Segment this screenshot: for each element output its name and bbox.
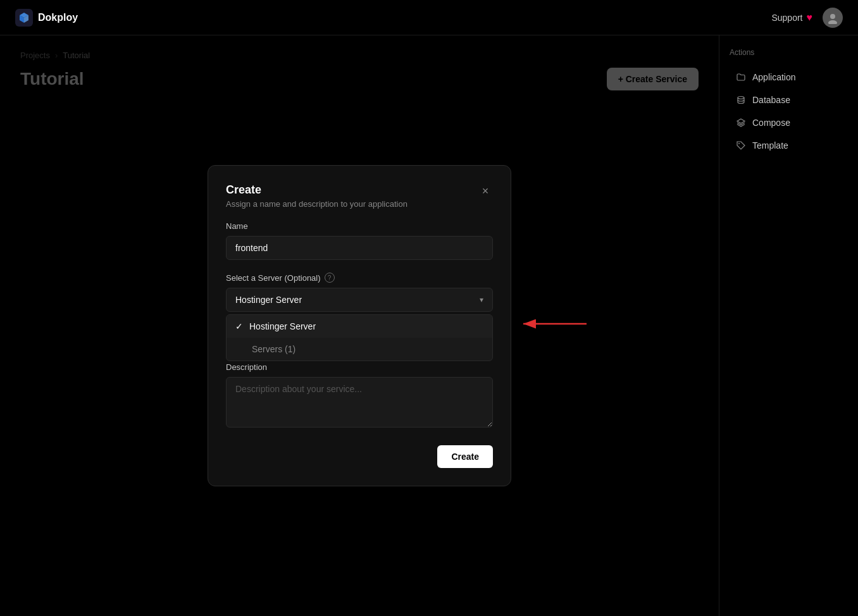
sidebar-item-application-label: Application bbox=[752, 72, 796, 82]
dropdown-item-hostinger[interactable]: ✓ Hostinger Server bbox=[227, 315, 492, 338]
name-form-group: Name bbox=[226, 221, 493, 260]
svg-point-2 bbox=[828, 20, 837, 24]
sidebar-item-compose[interactable]: Compose bbox=[730, 113, 848, 133]
modal-subtitle: Assign a name and description to your ap… bbox=[226, 199, 407, 209]
sidebar-item-database[interactable]: Database bbox=[730, 90, 848, 110]
folder-icon bbox=[736, 72, 746, 82]
modal-overlay[interactable]: Create Assign a name and description to … bbox=[0, 35, 719, 616]
svg-point-6 bbox=[738, 143, 740, 144]
svg-point-1 bbox=[830, 14, 835, 19]
modal-footer: Create bbox=[226, 445, 493, 468]
description-textarea[interactable] bbox=[226, 377, 493, 428]
arrow-indicator bbox=[517, 314, 587, 333]
description-label: Description bbox=[226, 362, 493, 372]
server-select[interactable]: Hostinger Server ▾ bbox=[226, 288, 493, 312]
support-button[interactable]: Support ♥ bbox=[771, 12, 812, 23]
server-info-icon[interactable]: ? bbox=[325, 273, 335, 283]
name-input[interactable] bbox=[226, 236, 493, 260]
logo-icon bbox=[15, 9, 33, 27]
modal-header: Create Assign a name and description to … bbox=[226, 183, 493, 209]
sidebar-item-template[interactable]: Template bbox=[730, 135, 848, 156]
avatar[interactable] bbox=[823, 8, 843, 28]
logo-text: Dokploy bbox=[38, 12, 78, 23]
support-label: Support bbox=[771, 13, 802, 23]
heart-icon: ♥ bbox=[807, 12, 813, 23]
database-icon bbox=[736, 95, 746, 105]
modal-title: Create bbox=[226, 183, 407, 197]
modal-close-button[interactable]: × bbox=[478, 183, 493, 199]
content-area: Projects › Tutorial Tutorial + Create Se… bbox=[0, 35, 719, 616]
svg-point-5 bbox=[738, 97, 744, 99]
server-select-wrapper: Hostinger Server ▾ ✓ Hostinger Server Se… bbox=[226, 288, 493, 312]
actions-label: Actions bbox=[730, 48, 848, 57]
header-right: Support ♥ bbox=[771, 8, 843, 28]
server-dropdown-menu: ✓ Hostinger Server Servers (1) bbox=[226, 314, 493, 361]
main-container: Projects › Tutorial Tutorial + Create Se… bbox=[0, 35, 858, 616]
logo[interactable]: Dokploy bbox=[15, 9, 78, 27]
dropdown-item-label: Hostinger Server bbox=[249, 321, 316, 331]
tag-icon bbox=[736, 140, 746, 151]
dropdown-item-servers[interactable]: Servers (1) bbox=[227, 338, 492, 360]
name-label: Name bbox=[226, 221, 493, 231]
sidebar-item-database-label: Database bbox=[752, 95, 790, 105]
create-modal: Create Assign a name and description to … bbox=[208, 165, 511, 486]
server-label: Select a Server (Optional) ? bbox=[226, 273, 493, 283]
modal-create-button[interactable]: Create bbox=[437, 445, 493, 468]
sidebar-item-template-label: Template bbox=[752, 140, 788, 151]
sidebar-item-compose-label: Compose bbox=[752, 118, 790, 128]
modal-title-group: Create Assign a name and description to … bbox=[226, 183, 407, 209]
server-form-group: Select a Server (Optional) ? Hostinger S… bbox=[226, 273, 493, 312]
right-sidebar: Actions Application Database bbox=[719, 35, 858, 616]
sidebar-item-application[interactable]: Application bbox=[730, 67, 848, 87]
header: Dokploy Support ♥ bbox=[0, 0, 858, 35]
layers-icon bbox=[736, 118, 746, 128]
chevron-down-icon: ▾ bbox=[480, 295, 483, 304]
description-form-group: Description bbox=[226, 362, 493, 430]
check-icon: ✓ bbox=[235, 321, 243, 331]
server-selected-value: Hostinger Server bbox=[235, 295, 302, 305]
dropdown-item-servers-label: Servers (1) bbox=[252, 344, 295, 354]
